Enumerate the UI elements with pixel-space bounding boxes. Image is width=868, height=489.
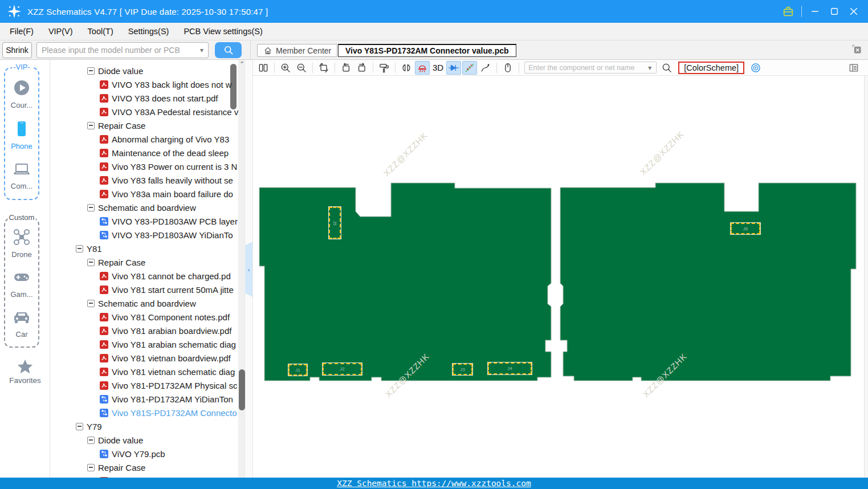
visibility-eye-icon[interactable] bbox=[748, 61, 763, 75]
collapse-minus-icon[interactable] bbox=[87, 437, 95, 444]
rotate-right-icon[interactable] bbox=[354, 61, 369, 75]
zoom-in-icon[interactable] bbox=[278, 61, 293, 75]
tree-item[interactable]: Vivo Y81 start current 50mA jitte bbox=[51, 283, 246, 296]
minimize-button[interactable] bbox=[805, 3, 825, 19]
tree-item[interactable]: Vivo Y81 arabian boardview.pdf bbox=[51, 324, 246, 337]
rotate-left-icon[interactable] bbox=[339, 61, 353, 75]
tree-item[interactable]: VIVO Y83 back light does not w bbox=[51, 78, 246, 91]
sidebar-item-phone[interactable]: Phone bbox=[5, 120, 38, 150]
net-search-combo[interactable]: ▾ bbox=[524, 62, 657, 74]
menu-item-tool-t[interactable]: Tool(T) bbox=[80, 23, 121, 40]
tree-item[interactable]: Diode value bbox=[51, 64, 246, 78]
tree-item-label: Schematic and boardview bbox=[98, 203, 196, 213]
connector-J3[interactable]: J3 bbox=[453, 364, 472, 375]
connector-J1[interactable]: J1 bbox=[288, 364, 307, 376]
tree-item[interactable]: Vivo Y81S-PD1732AM Connecto bbox=[51, 406, 246, 419]
pcb-board-left[interactable] bbox=[259, 183, 551, 381]
net-search-icon[interactable] bbox=[659, 61, 674, 75]
collapse-minus-icon[interactable] bbox=[76, 423, 83, 430]
briefcase-icon[interactable] bbox=[779, 3, 798, 19]
diode-icon[interactable] bbox=[446, 61, 461, 75]
pcb-file-icon bbox=[100, 395, 108, 404]
pcb-canvas[interactable]: XZZ@XZZHKXZZ@XZZHKXZZ@XZZHKXZZ@XZZHKJ5J1… bbox=[253, 76, 864, 478]
tab-open-pcb-file[interactable]: Vivo Y81S-PD1732AM Connector value.pcb bbox=[338, 44, 516, 57]
tree-item[interactable]: VIVO Y83-PD1803AW YiDianTo bbox=[51, 228, 246, 242]
maximize-button[interactable] bbox=[825, 3, 844, 19]
tree-item[interactable]: Schematic and boardview bbox=[51, 201, 246, 214]
tree-item[interactable]: Repair Case bbox=[51, 255, 246, 269]
sidebar-item-drone[interactable]: Drone bbox=[5, 228, 38, 259]
zoom-out-icon[interactable] bbox=[294, 61, 309, 75]
model-search-combo[interactable]: ▾ bbox=[36, 42, 209, 58]
collapse-minus-icon[interactable] bbox=[76, 245, 83, 252]
tree-item[interactable]: Repair Case bbox=[51, 461, 246, 474]
member-center-button[interactable]: Member Center bbox=[257, 44, 337, 57]
left-sidebar: Favorites -VIP-Cour...PhoneCom...CustomD… bbox=[0, 60, 50, 478]
lamp-icon[interactable] bbox=[415, 61, 430, 75]
measure-icon[interactable] bbox=[462, 61, 477, 75]
menu-item-file-f[interactable]: File(F) bbox=[2, 23, 41, 40]
connector-J5[interactable]: J5 bbox=[329, 207, 341, 239]
tree-item[interactable]: Vivo Y81-PD1732AM YiDianTon bbox=[51, 392, 246, 406]
tree-item[interactable]: Maintenance of the dead sleep bbox=[51, 146, 246, 160]
tree-item[interactable]: VIVO Y83 does not start.pdf bbox=[51, 91, 246, 105]
tree-item[interactable]: Vivo Y81 vietnan schematic diag bbox=[51, 365, 246, 378]
search-button[interactable] bbox=[215, 42, 242, 58]
connector-J4[interactable]: J4 bbox=[488, 362, 532, 374]
tree-item[interactable]: VIVO Y83A Pedestal resistance v bbox=[51, 105, 246, 119]
sidebar-item-computer[interactable]: Com... bbox=[5, 160, 38, 190]
colorscheme-label: [ColorScheme] bbox=[684, 63, 739, 72]
tree-item[interactable]: Y79 bbox=[51, 419, 246, 433]
sidebar-item-game[interactable]: Gam... bbox=[5, 268, 38, 299]
colorscheme-button[interactable]: [ColorScheme] bbox=[678, 62, 744, 74]
connector-J6[interactable]: J6 bbox=[731, 223, 760, 234]
tree-item[interactable]: VIVO Y83-PD1803AW PCB layer bbox=[51, 214, 246, 228]
collapse-left-panel-handle[interactable]: ‹ bbox=[245, 242, 252, 297]
tree-item[interactable]: Vivo Y83a main board failure do bbox=[51, 187, 246, 201]
sidebar-item-label: Favorites bbox=[9, 376, 41, 385]
tree-item[interactable]: Vivo Y81 arabian schematic diag bbox=[51, 337, 246, 351]
mouse-icon[interactable] bbox=[500, 61, 515, 75]
tree-item[interactable]: Vivo Y81 Component notes.pdf bbox=[51, 310, 246, 324]
collapse-minus-icon[interactable] bbox=[87, 122, 95, 129]
collapse-minus-icon[interactable] bbox=[87, 67, 95, 75]
sidebar-item-course[interactable]: Cour... bbox=[5, 79, 38, 109]
pcb-board-right[interactable] bbox=[560, 183, 856, 381]
split-view-icon[interactable] bbox=[256, 61, 271, 75]
sidebar-item-car[interactable]: Car bbox=[5, 308, 38, 339]
curve-icon[interactable] bbox=[478, 61, 493, 75]
chevron-down-icon[interactable]: ▾ bbox=[195, 46, 208, 54]
connector-J2[interactable]: J2 bbox=[323, 363, 362, 375]
paint-roller-icon[interactable] bbox=[377, 61, 392, 75]
close-all-tabs-icon[interactable] bbox=[851, 43, 862, 55]
tree-item-label: Repair Case bbox=[98, 121, 145, 131]
collapse-minus-icon[interactable] bbox=[87, 204, 95, 211]
collapse-minus-icon[interactable] bbox=[87, 259, 95, 266]
tree-item[interactable]: Vivo Y83 Power on current is 3 N bbox=[51, 160, 246, 173]
net-search-input[interactable] bbox=[525, 64, 643, 72]
tree-item[interactable]: Diode value bbox=[51, 433, 246, 447]
menu-item-vip-v[interactable]: VIP(V) bbox=[41, 23, 80, 40]
tree-item[interactable]: Y81 bbox=[51, 242, 246, 255]
shrink-button[interactable]: Shrink bbox=[2, 42, 32, 58]
tree-item[interactable]: Repair Case bbox=[51, 119, 246, 132]
tree-item[interactable]: Vivo Y81 cannot be charged.pd bbox=[51, 269, 246, 283]
menu-item-pcb-view-settings-s[interactable]: PCB View settings(S) bbox=[176, 23, 270, 40]
menu-item-settings-s[interactable]: Settings(S) bbox=[121, 23, 177, 40]
sidebar-item-favorites[interactable]: Favorites bbox=[0, 358, 50, 385]
mirror-flip-icon[interactable] bbox=[399, 61, 414, 75]
3d-view-button[interactable]: 3D bbox=[430, 63, 446, 72]
tree-item[interactable]: Schematic and boardview bbox=[51, 296, 246, 310]
model-search-input[interactable] bbox=[37, 46, 195, 55]
tree-item[interactable]: Vivo Y83 falls heavily without se bbox=[51, 173, 246, 187]
collapse-minus-icon[interactable] bbox=[87, 464, 95, 471]
tree-item[interactable]: Abnormal charging of Vivo Y83 bbox=[51, 132, 246, 146]
chevron-down-icon[interactable]: ▾ bbox=[643, 64, 656, 72]
tree-item[interactable]: Vivo Y81 vietnan boardview.pdf bbox=[51, 351, 246, 365]
tree-item[interactable]: Vivo Y81-PD1732AM Physical sc bbox=[51, 378, 246, 392]
collapse-minus-icon[interactable] bbox=[87, 300, 95, 307]
close-button[interactable] bbox=[844, 3, 863, 19]
fit-screen-icon[interactable] bbox=[316, 61, 331, 75]
layers-panel-icon[interactable] bbox=[846, 61, 861, 75]
tree-item[interactable]: ViVO Y79.pcb bbox=[51, 447, 246, 461]
